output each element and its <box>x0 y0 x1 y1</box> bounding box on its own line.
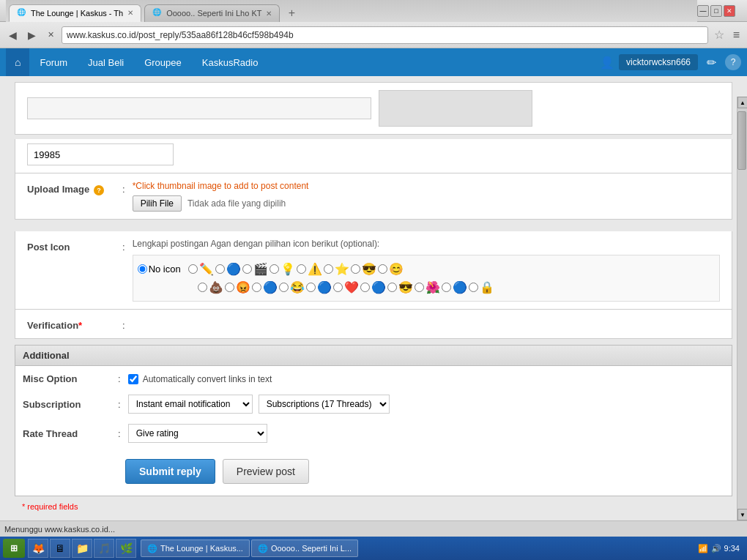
additional-body: Misc Option : Automatically convert link… <box>15 366 732 496</box>
icon-option-7[interactable]: 😎 <box>351 262 376 276</box>
icon-radio-lock[interactable] <box>469 283 478 292</box>
icon-option-4[interactable]: 💡 <box>270 262 295 276</box>
nav-kaskusradio[interactable]: KaskusRadio <box>192 48 269 76</box>
icon-option-laugh[interactable]: 😂 <box>279 280 305 294</box>
back-button[interactable]: ◀ <box>4 27 21 43</box>
icon-radio-cool2[interactable] <box>387 283 397 292</box>
subscription-select-2[interactable]: Subscriptions (17 Threads)All threads <box>259 395 390 414</box>
bookmark-star[interactable]: ☆ <box>711 28 727 42</box>
icon-radio-laugh[interactable] <box>279 283 289 292</box>
misc-checkbox[interactable] <box>128 374 138 384</box>
icon-emoji-11: 🔵 <box>371 280 386 294</box>
icon-radio-9[interactable] <box>252 283 261 292</box>
scrollbar-up-button[interactable]: ▲ <box>737 97 747 108</box>
verification-label: Verification* <box>27 317 122 331</box>
username-badge: vicktorwcksn666 <box>619 54 698 70</box>
post-icon-row: Post Icon : Lengkapi postingan Agan deng… <box>15 231 732 310</box>
upload-click-text: *Click thumbnail image to add to post co… <box>133 181 720 191</box>
icon-radio-heart[interactable] <box>333 283 343 292</box>
additional-header: Additional <box>15 345 732 366</box>
nav-forum[interactable]: Forum <box>29 48 78 76</box>
icon-radio-8[interactable] <box>378 264 387 274</box>
preview-post-button[interactable]: Preview post <box>223 459 309 484</box>
icon-radio-3[interactable] <box>242 264 252 274</box>
icon-option-1[interactable]: ✏️ <box>188 262 214 276</box>
icon-option-8[interactable]: 😊 <box>378 262 404 276</box>
rate-thread-row: Rate Thread : Give rating1 Star2 Stars3 … <box>23 424 724 443</box>
nav-jualbeli[interactable]: Jual Beli <box>78 48 134 76</box>
upload-colon: : <box>122 181 125 195</box>
scrollbar[interactable]: ▲ ▼ <box>737 97 747 520</box>
no-file-text: Tidak ada file yang dipilih <box>187 198 286 209</box>
verification-required-star: * <box>78 320 82 331</box>
choose-file-button[interactable]: Pilih File <box>133 195 182 212</box>
icon-option-3[interactable]: 🎬 <box>242 262 268 276</box>
icon-radio-10[interactable] <box>306 283 316 292</box>
icon-emoji-heart: ❤️ <box>344 280 359 294</box>
rate-thread-select[interactable]: Give rating1 Star2 Stars3 Stars4 Stars5 … <box>128 424 267 443</box>
tab-close-2[interactable]: ✕ <box>266 10 272 18</box>
icon-option-10[interactable]: 🔵 <box>306 280 332 294</box>
icon-emoji-smiley: 😊 <box>389 262 404 276</box>
icon-option-5[interactable]: ⚠️ <box>297 262 322 276</box>
icon-option-6[interactable]: ⭐ <box>324 262 349 276</box>
forward-button[interactable]: ▶ <box>23 27 40 43</box>
icon-radio-7[interactable] <box>351 264 360 274</box>
rate-colon: : <box>118 428 121 439</box>
scrollbar-down-button[interactable]: ▼ <box>737 509 747 520</box>
icon-radio-angry[interactable] <box>225 283 234 292</box>
icon-option-angry[interactable]: 😡 <box>225 280 250 294</box>
subscription-select-1[interactable]: Instant email notificationDaily digestNo… <box>128 395 253 414</box>
submit-reply-button[interactable]: Submit reply <box>125 459 215 484</box>
icon-radio-12[interactable] <box>442 283 451 292</box>
minimize-button[interactable]: — <box>697 5 709 17</box>
maximize-button[interactable]: □ <box>710 5 722 17</box>
icon-option-11[interactable]: 🔵 <box>360 280 386 294</box>
icon-radio-4[interactable] <box>270 264 279 274</box>
icon-option-lock[interactable]: 🔒 <box>469 280 494 294</box>
icon-radio-11[interactable] <box>360 283 370 292</box>
icon-radio-5[interactable] <box>297 264 306 274</box>
icon-option-fire[interactable]: 🌺 <box>415 280 440 294</box>
additional-section: Additional Misc Option : Automatically c… <box>15 345 732 496</box>
new-tab-button[interactable]: + <box>283 4 300 22</box>
icon-option-9[interactable]: 🔵 <box>252 280 278 294</box>
tab-favicon-2: 🌐 <box>152 8 163 18</box>
reload-button[interactable]: ✕ <box>42 27 59 43</box>
icon-radio-6[interactable] <box>324 264 333 274</box>
upload-help-icon[interactable]: ? <box>94 185 104 195</box>
icon-emoji-sunglasses: 😎 <box>362 262 376 276</box>
icon-option-heart[interactable]: ❤️ <box>333 280 359 294</box>
tab-favicon-1: 🌐 <box>17 8 27 18</box>
icon-radio-fire[interactable] <box>415 283 424 292</box>
icon-option-poop[interactable]: 💩 <box>198 280 223 294</box>
icon-option-2[interactable]: 🔵 <box>215 262 241 276</box>
misc-checkbox-label[interactable]: Automatically convert links in text <box>128 374 272 384</box>
nav-groupee[interactable]: Groupee <box>134 48 192 76</box>
subscription-label: Subscription <box>23 399 118 410</box>
scrollbar-thumb[interactable] <box>737 111 746 170</box>
subscription-selects: Instant email notificationDaily digestNo… <box>128 395 390 414</box>
edit-icon-button[interactable]: ✏ <box>702 53 721 72</box>
tab-close-1[interactable]: ✕ <box>127 9 133 17</box>
home-button[interactable]: ⌂ <box>6 48 29 76</box>
icon-option-cool2[interactable]: 😎 <box>387 280 413 294</box>
icon-emoji-pencil: ✏️ <box>199 262 214 276</box>
tab-active[interactable]: 🌐 The Lounge | Kaskus - Th ✕ <box>9 4 141 22</box>
user-avatar-icon[interactable]: 👤 <box>600 56 614 70</box>
address-input[interactable] <box>62 26 708 44</box>
icon-radio-no-icon[interactable] <box>138 264 147 274</box>
icon-radio-2[interactable] <box>215 264 225 274</box>
menu-button[interactable]: ≡ <box>730 29 743 42</box>
icon-radio-1[interactable] <box>188 264 198 274</box>
tab-inactive-2[interactable]: 🌐 Ooooo.. Seperti Ini Lho KT ✕ <box>144 4 280 22</box>
icon-radio-poop[interactable] <box>198 283 207 292</box>
icon-emoji-fire: 🌺 <box>425 280 440 294</box>
close-button[interactable]: ✕ <box>724 5 735 17</box>
text-editor-area[interactable] <box>27 97 371 119</box>
file-upload-row: Pilih File Tidak ada file yang dipilih <box>133 195 720 212</box>
captcha-input[interactable] <box>27 143 174 165</box>
icon-option-12[interactable]: 🔵 <box>442 280 467 294</box>
icon-option-no-icon[interactable]: No icon <box>138 264 181 275</box>
help-icon-button[interactable]: ? <box>725 54 741 70</box>
